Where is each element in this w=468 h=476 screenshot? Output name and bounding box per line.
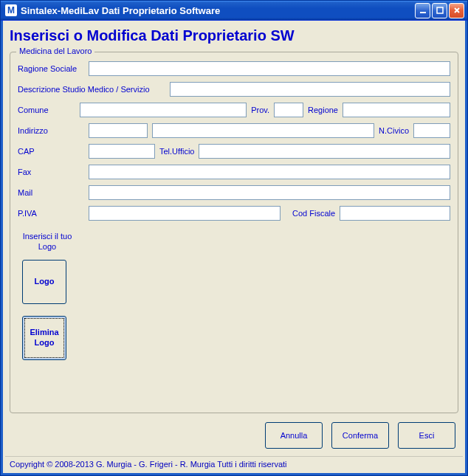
minimize-button[interactable] [415, 3, 430, 18]
input-comune[interactable] [80, 103, 247, 117]
input-cod-fiscale[interactable] [340, 206, 450, 221]
input-prov[interactable] [274, 103, 303, 117]
titlebar: M Sintalex-MediLav Dati Proprietario Sof… [1, 1, 467, 21]
label-tel-ufficio: Tel.Ufficio [159, 147, 194, 156]
logo-button[interactable]: Logo [22, 260, 66, 304]
input-cap[interactable] [89, 144, 155, 159]
label-indirizzo: Indirizzo [18, 126, 84, 135]
label-cap: CAP [18, 147, 84, 156]
label-fax: Fax [18, 168, 84, 176]
elimina-logo-button[interactable]: Elimina Logo [22, 316, 66, 360]
client-area: Inserisci o Modifica Dati Proprietario S… [1, 21, 467, 475]
label-ragione-sociale: Ragione Sociale [18, 64, 84, 73]
input-indirizzo-b[interactable] [152, 123, 374, 138]
label-cod-fiscale: Cod Fiscale [292, 209, 335, 218]
close-button[interactable] [449, 3, 464, 18]
input-piva[interactable] [89, 206, 281, 221]
app-window: M Sintalex-MediLav Dati Proprietario Sof… [0, 0, 468, 476]
input-fax[interactable] [89, 165, 450, 179]
input-descrizione[interactable] [170, 82, 450, 97]
footer-copyright: Copyright © 2008-2013 G. Murgia - G. Fri… [5, 456, 463, 473]
input-regione[interactable] [343, 103, 450, 117]
input-tel-ufficio[interactable] [199, 144, 450, 159]
maximize-button[interactable] [432, 3, 447, 18]
groupbox-legend: Medicina del Lavoro [16, 46, 94, 55]
action-bar: Annulla Conferma Esci [5, 418, 463, 456]
label-comune: Comune [18, 106, 75, 114]
svg-rect-0 [420, 12, 426, 13]
window-title: Sintalex-MediLav Dati Proprietario Softw… [21, 5, 415, 16]
input-ncivico[interactable] [413, 123, 450, 138]
label-inserisci-logo: Inserisci il tuo Logo [18, 231, 77, 252]
label-piva: P.IVA [18, 209, 84, 218]
conferma-button[interactable]: Conferma [331, 422, 389, 449]
label-regione: Regione [308, 106, 338, 114]
svg-rect-1 [437, 7, 443, 13]
label-descrizione: Descrizione Studio Medico / Servizio [18, 85, 165, 94]
label-ncivico: N.Civico [379, 126, 409, 135]
input-indirizzo-a[interactable] [89, 123, 148, 138]
window-buttons [415, 3, 464, 18]
input-mail[interactable] [89, 185, 450, 200]
app-icon: M [5, 4, 17, 16]
page-title: Inserisci o Modifica Dati Proprietario S… [5, 23, 463, 46]
groupbox-medicina: Medicina del Lavoro Ragione Sociale Desc… [10, 52, 458, 413]
esci-button[interactable]: Esci [398, 422, 455, 449]
label-mail: Mail [18, 188, 84, 197]
annulla-button[interactable]: Annulla [265, 422, 323, 449]
label-prov: Prov. [251, 106, 269, 114]
input-ragione-sociale[interactable] [89, 61, 450, 76]
